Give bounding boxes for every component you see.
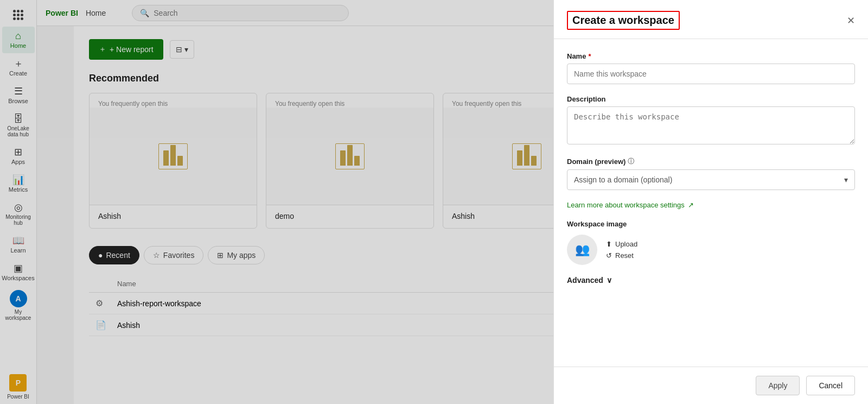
panel-title: Create a workspace [567, 11, 680, 30]
advanced-toggle[interactable]: Advanced ∨ [567, 276, 855, 285]
domain-select[interactable]: Assign to a domain (optional) ▾ [567, 169, 855, 190]
cancel-button[interactable]: Cancel [806, 376, 855, 395]
name-input[interactable] [567, 64, 855, 84]
image-actions: ⬆ Upload ↺ Reset [606, 240, 637, 260]
domain-label: Domain (preview) ⓘ [567, 157, 855, 166]
required-star: * [588, 52, 591, 60]
description-input[interactable] [567, 106, 855, 144]
domain-field-group: Domain (preview) ⓘ Assign to a domain (o… [567, 157, 855, 190]
panel-body: Name * Description Domain (preview) ⓘ As… [554, 39, 868, 367]
chevron-down-icon: ▾ [844, 175, 848, 184]
reset-icon: ↺ [606, 251, 612, 260]
apply-button[interactable]: Apply [756, 376, 800, 395]
people-icon: 👥 [575, 243, 590, 257]
workspace-image-section: Workspace image 👥 ⬆ Upload ↺ Reset [567, 220, 855, 265]
chevron-down-icon: ∨ [607, 276, 612, 285]
image-section-title: Workspace image [567, 220, 855, 228]
description-field-group: Description [567, 95, 855, 146]
name-field-group: Name * [567, 52, 855, 84]
panel-footer: Apply Cancel [554, 367, 868, 404]
panel-header: Create a workspace ✕ [554, 0, 868, 39]
upload-icon: ⬆ [606, 240, 612, 248]
upload-button[interactable]: ⬆ Upload [606, 240, 637, 248]
create-workspace-panel: Create a workspace ✕ Name * Description … [553, 0, 868, 404]
name-label: Name * [567, 52, 855, 60]
image-row: 👥 ⬆ Upload ↺ Reset [567, 235, 855, 265]
panel-close-button[interactable]: ✕ [847, 16, 855, 26]
description-label: Description [567, 95, 855, 103]
learn-more-link[interactable]: Learn more about workspace settings ↗ [567, 201, 855, 209]
info-icon: ⓘ [628, 157, 634, 166]
external-link-icon: ↗ [688, 201, 694, 209]
reset-button[interactable]: ↺ Reset [606, 251, 637, 260]
workspace-image-placeholder: 👥 [567, 235, 597, 265]
